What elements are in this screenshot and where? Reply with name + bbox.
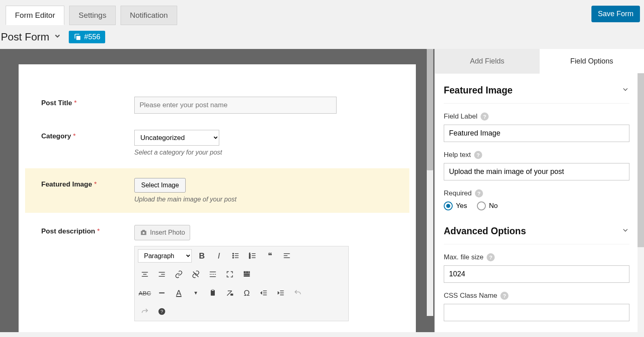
svg-rect-30: [244, 273, 250, 275]
bold-icon[interactable]: B: [195, 249, 209, 263]
svg-rect-35: [231, 294, 233, 296]
radio-icon: [477, 201, 486, 210]
field-post-title[interactable]: Post Title *: [41, 89, 393, 122]
camera-icon: [140, 229, 148, 237]
svg-point-1: [143, 232, 145, 234]
special-char-icon[interactable]: Ω: [240, 286, 254, 300]
chevron-down-icon[interactable]: [53, 32, 61, 42]
align-center-icon[interactable]: [138, 267, 152, 281]
field-label: Featured Image: [41, 180, 92, 188]
radio-icon: [444, 201, 453, 210]
section-title: Advanced Options: [444, 226, 526, 237]
svg-point-6: [233, 257, 234, 259]
field-help: Upload the main image of your post: [134, 196, 393, 203]
align-right-icon[interactable]: [155, 267, 169, 281]
readmore-icon[interactable]: [206, 267, 220, 281]
svg-rect-0: [76, 36, 80, 40]
sidebar-tab-add-fields[interactable]: Add Fields: [435, 49, 540, 74]
help-icon[interactable]: ?: [481, 112, 489, 121]
tab-settings[interactable]: Settings: [69, 6, 116, 25]
svg-rect-28: [246, 271, 248, 273]
help-icon[interactable]: ?: [474, 151, 482, 159]
svg-text:?: ?: [161, 309, 163, 314]
wysiwyg-editor[interactable]: Paragraph B I 123 ❝: [134, 246, 349, 321]
tab-notification[interactable]: Notification: [121, 6, 177, 25]
svg-rect-27: [244, 271, 246, 273]
text-color-icon[interactable]: A: [172, 286, 186, 300]
field-label: Post Title: [41, 99, 72, 107]
paste-text-icon[interactable]: [206, 286, 220, 300]
clear-formatting-icon[interactable]: [223, 286, 237, 300]
outdent-icon[interactable]: [257, 286, 271, 300]
sidebar-scrollbar[interactable]: [638, 73, 644, 332]
help-icon[interactable]: ?: [500, 292, 508, 300]
fullscreen-icon[interactable]: [223, 267, 237, 281]
form-id-text: #556: [84, 33, 100, 41]
unlink-icon[interactable]: [189, 267, 203, 281]
help-icon[interactable]: ?: [475, 189, 483, 197]
copy-icon: [74, 33, 82, 41]
chevron-down-icon[interactable]: [621, 226, 629, 236]
field-featured-image[interactable]: Featured Image * Select Image Upload the…: [25, 168, 409, 213]
bullet-list-icon[interactable]: [229, 249, 243, 263]
form-title: Post Form: [1, 31, 49, 43]
option-label: Max. file size: [444, 253, 483, 261]
blockquote-icon[interactable]: ❝: [263, 249, 277, 263]
sidebar-tab-field-options[interactable]: Field Options: [540, 49, 644, 74]
canvas-scrollbar[interactable]: [427, 49, 433, 316]
section-title: Featured Image: [444, 85, 513, 96]
css-class-input[interactable]: [444, 304, 629, 321]
insert-photo-label: Insert Photo: [150, 229, 185, 236]
svg-point-4: [233, 255, 234, 256]
format-select[interactable]: Paragraph: [138, 249, 192, 263]
svg-rect-31: [244, 276, 250, 277]
svg-rect-34: [212, 290, 214, 291]
help-icon[interactable]: ?: [155, 305, 169, 318]
category-select[interactable]: Uncategorized: [134, 130, 219, 146]
italic-icon[interactable]: I: [212, 249, 226, 263]
required-yes-radio[interactable]: Yes: [444, 201, 467, 210]
post-title-input[interactable]: [134, 97, 337, 114]
tab-form-editor[interactable]: Form Editor: [6, 6, 64, 25]
numbered-list-icon[interactable]: 123: [246, 249, 260, 263]
help-text-input[interactable]: [444, 163, 629, 180]
required-no-radio[interactable]: No: [477, 201, 498, 210]
option-label: Field Label: [444, 112, 477, 121]
option-label: Required: [444, 189, 472, 197]
form-id-badge[interactable]: #556: [69, 31, 105, 43]
redo-icon[interactable]: [138, 305, 152, 318]
field-post-description[interactable]: Post description * Insert Photo Paragrap…: [41, 217, 393, 329]
insert-photo-button[interactable]: Insert Photo: [134, 225, 190, 240]
svg-rect-29: [248, 271, 250, 273]
option-label: Help text: [444, 151, 471, 159]
required-mark: *: [74, 99, 77, 107]
chevron-down-icon[interactable]: [621, 85, 629, 95]
save-form-button[interactable]: Save Form: [591, 6, 640, 22]
strikethrough-icon[interactable]: ABC: [138, 286, 152, 300]
field-help: Select a category for your post: [134, 149, 393, 156]
indent-icon[interactable]: [274, 286, 288, 300]
align-left-icon[interactable]: [280, 249, 294, 263]
required-mark: *: [73, 132, 76, 140]
form-canvas: Post Title * Category * Uncategorized Se: [0, 49, 434, 332]
required-mark: *: [94, 180, 97, 188]
option-label: CSS Class Name: [444, 292, 497, 300]
svg-text:3: 3: [249, 256, 250, 259]
help-icon[interactable]: ?: [487, 253, 495, 261]
undo-icon[interactable]: [291, 286, 305, 300]
link-icon[interactable]: [172, 267, 186, 281]
field-category[interactable]: Category * Uncategorized Select a catego…: [41, 122, 393, 164]
select-image-button[interactable]: Select Image: [134, 178, 186, 193]
toolbar-toggle-icon[interactable]: [240, 267, 254, 281]
svg-point-2: [233, 253, 234, 254]
field-label: Category: [41, 132, 71, 140]
field-label-input[interactable]: [444, 125, 629, 142]
hr-icon[interactable]: [155, 286, 169, 300]
dropdown-arrow-icon[interactable]: ▼: [189, 286, 203, 300]
max-filesize-input[interactable]: [444, 265, 629, 283]
required-mark: *: [97, 227, 100, 235]
field-label: Post description: [41, 227, 95, 235]
